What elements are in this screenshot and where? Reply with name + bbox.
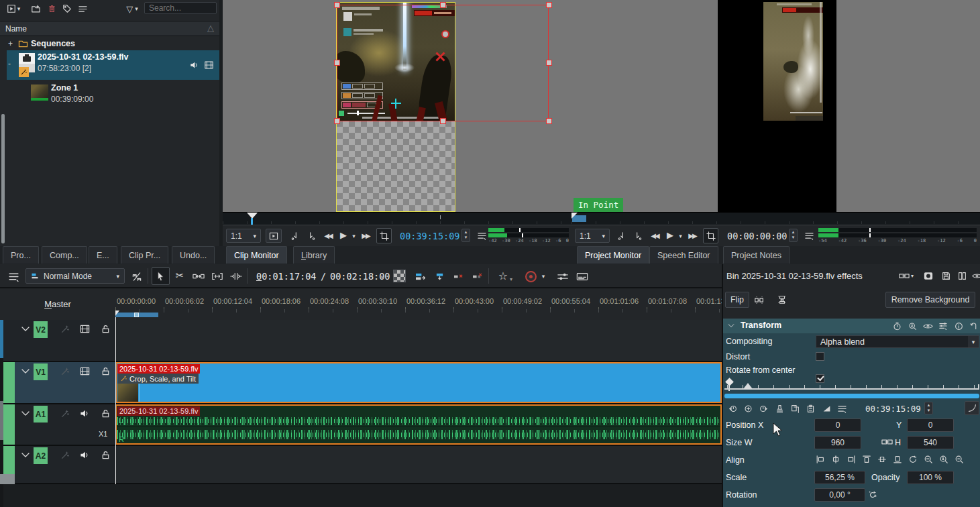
sort-indicator-icon[interactable]: △	[207, 23, 214, 33]
track-lane-v2[interactable]	[115, 320, 722, 362]
track-header-a2[interactable]: A2	[3, 446, 115, 484]
add-clip-button[interactable]: ▾	[3, 2, 24, 15]
handle-mid-left[interactable]	[334, 60, 340, 66]
zone-handle[interactable]	[134, 313, 139, 317]
set-in-point-button[interactable]	[288, 229, 303, 243]
rotation-input[interactable]: 0,00 °	[814, 488, 865, 502]
tab-library[interactable]: Library	[293, 246, 335, 264]
project-playhead[interactable]	[571, 213, 578, 219]
bin-zone-row[interactable]: Zone 1 00:39:09:00	[0, 82, 219, 109]
collapse-icon[interactable]: -	[8, 59, 11, 68]
zoom-original-icon[interactable]	[939, 455, 948, 464]
center-marker[interactable]	[435, 51, 446, 62]
zoom-effect-icon[interactable]	[906, 320, 919, 332]
clip-zoom-select[interactable]: 1:1 ▾	[226, 229, 261, 243]
track-header-a1[interactable]: A1 X1	[3, 404, 115, 446]
keyframe-zone-bar[interactable]	[724, 394, 979, 398]
filter-caret[interactable]: ▾	[135, 5, 138, 12]
bin-column-header[interactable]: Name △	[0, 21, 219, 36]
align-bottom-icon[interactable]	[893, 455, 902, 464]
tab-speech-editor[interactable]: Speech Editor	[649, 246, 718, 264]
zone-mode-button[interactable]	[376, 228, 392, 243]
align-right-icon[interactable]	[847, 455, 856, 464]
track-target-v2[interactable]: V2	[34, 321, 48, 338]
transform-rect[interactable]	[337, 5, 549, 121]
tab-clip-properties[interactable]: Clip Pr...	[121, 246, 168, 264]
align-top-icon[interactable]	[862, 455, 871, 464]
interpolation-button[interactable]	[820, 402, 833, 414]
tab-compositions[interactable]: Comp...	[42, 246, 87, 264]
scale-input[interactable]: 56,25 %	[814, 471, 865, 484]
record-button[interactable]	[523, 269, 538, 284]
project-timecode-spinner[interactable]: ▲▼	[789, 229, 798, 242]
tab-project-notes[interactable]: Project Notes	[723, 246, 790, 264]
track-header-v2[interactable]: V2	[3, 320, 115, 362]
zoom-out-icon[interactable]	[955, 455, 964, 464]
selection-tool-button[interactable]	[152, 267, 170, 285]
handle-bottom-right[interactable]	[546, 118, 552, 124]
previous-keyframe-button[interactable]	[726, 402, 739, 414]
keyframe-timecode-spinner[interactable]: ▲▼	[924, 402, 933, 414]
remove-background-button[interactable]: Remove Background	[885, 292, 975, 308]
audio-enabled-icon[interactable]	[189, 60, 199, 70]
lock-icon[interactable]	[101, 324, 111, 334]
track-lane-v1[interactable]: 2025-10-31 02-13-59.flv Crop, Scale, and…	[115, 362, 722, 404]
play-button[interactable]: ▶	[337, 228, 350, 242]
timeline-playhead-line[interactable]	[115, 317, 116, 484]
reset-effect-icon[interactable]	[967, 320, 980, 332]
keyframe-playhead[interactable]	[743, 383, 753, 389]
razor-tool-button[interactable]: ✂	[172, 268, 188, 283]
clip-monitor-menu-button[interactable]	[474, 229, 489, 243]
handle-top-left[interactable]	[334, 2, 340, 8]
zoom-fit-icon[interactable]	[924, 455, 933, 464]
handle-top-right[interactable]	[546, 2, 552, 8]
link-caret[interactable]: ▾	[911, 273, 914, 279]
position-x-input[interactable]: 0	[814, 418, 861, 432]
transform-effect-header[interactable]: Transform	[723, 319, 980, 333]
set-out-point-button[interactable]	[304, 229, 319, 243]
rotation-handle[interactable]	[441, 30, 449, 38]
compare-effect-button[interactable]	[955, 270, 969, 282]
master-button[interactable]: Master	[0, 299, 115, 309]
handle-top-center[interactable]	[440, 2, 446, 8]
clip-monitor-ruler[interactable]	[223, 212, 571, 225]
insert-zone-button[interactable]	[411, 269, 429, 284]
distort-checkbox[interactable]	[816, 352, 824, 361]
disable-effect-icon[interactable]	[921, 320, 934, 332]
project-play-button[interactable]: ▶	[663, 228, 677, 242]
active-track-indicator[interactable]	[3, 404, 15, 445]
active-track-indicator[interactable]	[3, 362, 15, 403]
monitor-overlay-button[interactable]	[266, 229, 282, 243]
stamp-keyframes-button[interactable]	[773, 402, 786, 414]
project-zone-mode-button[interactable]	[703, 228, 718, 243]
edit-mode-select[interactable]: Normal Mode ▾	[25, 268, 125, 284]
flip-effect-button[interactable]: Flip	[725, 292, 749, 308]
ripple-tool-button[interactable]	[209, 269, 226, 284]
lock-icon[interactable]	[101, 450, 111, 460]
keyframe-ruler[interactable]	[724, 378, 979, 392]
overwrite-zone-button[interactable]	[431, 269, 448, 284]
align-vcenter-icon[interactable]	[877, 455, 887, 464]
favorite-effects-caret[interactable]: ▾	[510, 276, 512, 282]
save-effect-stack-button[interactable]	[939, 270, 952, 282]
delete-zone-button[interactable]	[468, 269, 486, 284]
pixelize-effect-button[interactable]	[750, 292, 769, 308]
keyframe-curve-button[interactable]	[965, 401, 979, 415]
bin-scrollbar[interactable]	[1, 114, 5, 243]
video-enabled-icon[interactable]	[204, 60, 214, 70]
bin-search-input[interactable]	[144, 2, 217, 14]
subtitle-button[interactable]	[574, 269, 591, 284]
show-effects-button[interactable]	[970, 270, 980, 282]
project-zoom-select[interactable]: 1:1 ▾	[575, 229, 610, 243]
clip-effect-badge[interactable]: Crop, Scale, and Tilt	[117, 374, 199, 384]
track-lane-a2[interactable]	[115, 446, 722, 484]
tags-button[interactable]	[60, 2, 74, 15]
posterize-effect-button[interactable]	[773, 292, 792, 308]
position-y-input[interactable]: 0	[907, 418, 954, 432]
project-monitor-ruler[interactable]	[571, 212, 980, 225]
handle-mid-right[interactable]	[546, 60, 552, 66]
clip-timecode-spinner[interactable]: ▲▼	[461, 229, 470, 242]
extract-zone-button[interactable]	[449, 269, 467, 284]
create-folder-button[interactable]	[28, 2, 43, 15]
active-track-indicator[interactable]	[3, 446, 15, 475]
